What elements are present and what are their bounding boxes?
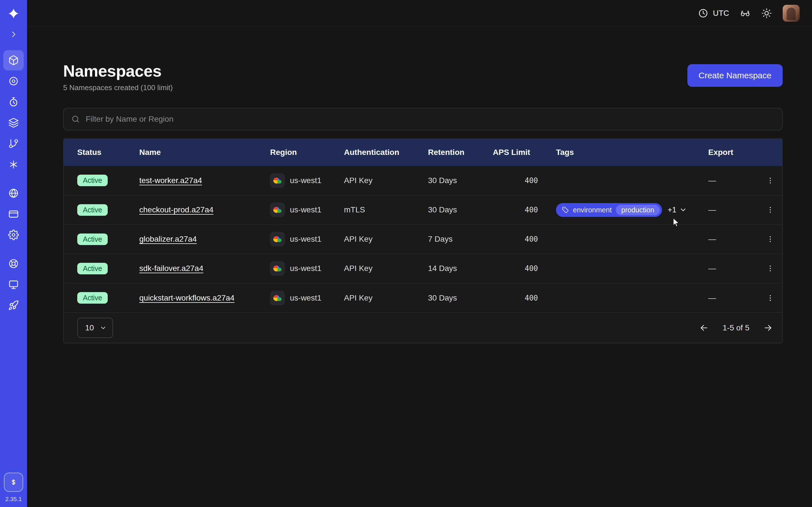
namespace-link[interactable]: globalizer.a27a4 — [139, 235, 197, 243]
filter-bar — [63, 108, 783, 130]
region-label: us-west1 — [290, 205, 321, 214]
sidebar-item-getting-started[interactable] — [3, 274, 24, 295]
page-size-value: 10 — [85, 323, 94, 332]
column-region: Region — [261, 139, 335, 166]
aps-limit-value: 400 — [484, 283, 547, 313]
dollar-icon — [8, 477, 18, 487]
column-tags: Tags — [547, 139, 699, 166]
sidebar: 2.35.1 — [0, 0, 27, 507]
usage-button[interactable] — [4, 473, 23, 492]
glasses-icon — [740, 8, 751, 18]
user-avatar[interactable] — [783, 5, 800, 22]
column-aps-limit: APS Limit — [484, 139, 547, 166]
sidebar-item-nexus[interactable] — [3, 71, 24, 91]
cube-icon — [8, 55, 19, 66]
namespace-link[interactable]: test-worker.a27a4 — [139, 176, 202, 185]
namespace-link[interactable]: quickstart-workflows.a27a4 — [139, 293, 235, 302]
tag-value: production — [616, 205, 660, 215]
table-header: Status Name Region Authentication Retent… — [64, 139, 783, 166]
region-label: us-west1 — [290, 176, 321, 185]
timezone-label: UTC — [713, 9, 729, 18]
page-subtitle: 5 Namespaces created (100 limit) — [63, 83, 173, 92]
sidebar-item-regions[interactable] — [3, 183, 24, 203]
sidebar-expand-button[interactable] — [3, 27, 24, 42]
page-size-select[interactable]: 10 — [77, 318, 113, 338]
sidebar-item-quickstart[interactable] — [3, 295, 24, 316]
namespaces-table: Status Name Region Authentication Retent… — [63, 138, 783, 343]
export-value: — — [699, 254, 757, 283]
namespace-link[interactable]: checkout-prod.a27a4 — [139, 205, 213, 214]
sidebar-item-batch[interactable] — [3, 154, 24, 175]
row-menu-button[interactable] — [766, 293, 774, 303]
next-page-button[interactable] — [763, 323, 773, 333]
region-label: us-west1 — [290, 293, 321, 302]
column-status: Status — [64, 139, 130, 166]
chevron-down-icon — [679, 206, 687, 214]
prev-page-button[interactable] — [699, 323, 709, 333]
page-title: Namespaces — [63, 61, 173, 81]
lifebuoy-icon — [8, 258, 19, 269]
retention-value: 30 Days — [419, 166, 484, 195]
export-value: — — [699, 195, 757, 224]
column-export: Export — [699, 139, 757, 166]
sidebar-item-workflows[interactable] — [3, 133, 24, 154]
row-menu-button[interactable] — [766, 234, 774, 244]
sidebar-item-deployments[interactable] — [3, 113, 24, 133]
create-namespace-button[interactable]: Create Namespace — [688, 64, 783, 87]
auth-method: mTLS — [335, 195, 419, 224]
status-badge: Active — [77, 175, 108, 186]
kebab-icon — [766, 205, 774, 215]
filter-input[interactable] — [86, 115, 775, 124]
asterisk-icon — [8, 159, 19, 170]
chevron-down-icon — [100, 324, 107, 332]
row-menu-button[interactable] — [766, 176, 774, 185]
tags-cell — [547, 166, 699, 195]
git-branch-icon — [8, 138, 19, 149]
tags-cell — [547, 283, 699, 313]
clock-icon — [698, 8, 708, 18]
retention-value: 14 Days — [419, 254, 484, 283]
namespace-link[interactable]: sdk-failover.a27a4 — [139, 264, 203, 273]
layers-icon — [8, 117, 19, 128]
labs-glasses-button[interactable] — [740, 8, 751, 18]
sidebar-item-settings[interactable] — [3, 225, 24, 245]
status-badge: Active — [77, 204, 108, 216]
sidebar-item-support[interactable] — [3, 253, 24, 274]
page-header: Namespaces 5 Namespaces created (100 lim… — [63, 61, 783, 92]
tag-icon — [562, 206, 569, 214]
more-tags-toggle[interactable]: +1 — [668, 206, 687, 214]
timezone-button[interactable]: UTC — [698, 8, 729, 18]
sidebar-item-billing[interactable] — [3, 204, 24, 224]
gcp-cloud-icon — [270, 261, 285, 276]
aps-limit-value: 400 — [484, 224, 547, 254]
auth-method: API Key — [335, 166, 419, 195]
region-label: us-west1 — [290, 264, 321, 273]
temporal-logo[interactable] — [3, 1, 24, 26]
auth-method: API Key — [335, 224, 419, 254]
row-menu-button[interactable] — [766, 205, 774, 215]
table-row: Active globalizer.a27a4 us-west1 API Key… — [64, 224, 783, 254]
theme-toggle-button[interactable] — [761, 8, 772, 18]
table-row: Active quickstart-workflows.a27a4 us-wes… — [64, 283, 783, 313]
timer-icon — [8, 97, 19, 107]
sidebar-item-schedules[interactable] — [3, 92, 24, 112]
sidebar-group-main — [3, 50, 24, 175]
aps-limit-value: 400 — [484, 195, 547, 224]
sidebar-group-account — [3, 183, 24, 245]
search-icon — [71, 115, 80, 124]
column-retention: Retention — [419, 139, 484, 166]
tag-pill[interactable]: environmentproduction — [556, 203, 662, 217]
pagination-range: 1-5 of 5 — [723, 323, 749, 332]
region-label: us-west1 — [290, 235, 321, 244]
row-menu-button[interactable] — [766, 264, 774, 273]
kebab-icon — [766, 264, 774, 273]
sidebar-item-namespaces[interactable] — [3, 50, 24, 70]
column-actions — [757, 139, 783, 166]
kebab-icon — [766, 293, 774, 303]
topbar: UTC — [27, 0, 812, 27]
aps-limit-value: 400 — [484, 166, 547, 195]
disc-icon — [8, 76, 19, 87]
tags-cell: environmentproduction+1 — [547, 195, 699, 224]
kebab-icon — [766, 234, 774, 244]
table-row: Active checkout-prod.a27a4 us-west1 mTLS… — [64, 195, 783, 224]
